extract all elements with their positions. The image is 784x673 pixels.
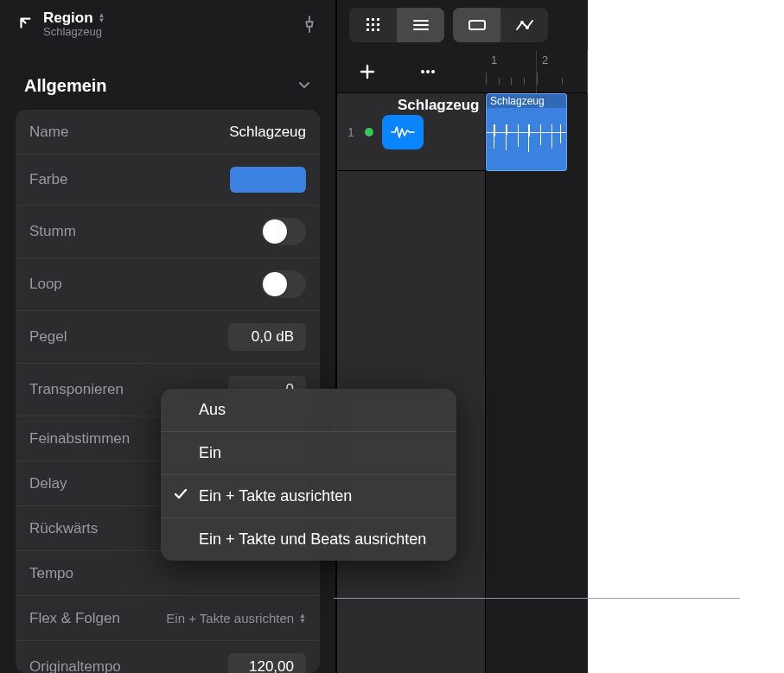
chevron-down-icon xyxy=(297,76,311,96)
popup-option-label: Aus xyxy=(199,401,226,419)
label-reverse: Rückwärts xyxy=(29,520,98,537)
label-flex: Flex & Folgen xyxy=(29,610,120,627)
ruler-bar-1: 1 xyxy=(491,54,497,67)
track-header-column: Schlagzeug 1 xyxy=(337,93,486,673)
edit-mode-segment xyxy=(453,8,548,42)
app-frame: Region ▲▼ Schlagzeug Allgemein Name Schl… xyxy=(0,0,588,673)
label-origtempo: Originaltempo xyxy=(29,658,121,673)
section-header-general[interactable]: Allgemein xyxy=(0,48,335,105)
add-track-button[interactable] xyxy=(354,59,380,85)
svg-point-15 xyxy=(421,70,424,73)
track-subtoolbar: 1 2 xyxy=(337,50,588,93)
row-name[interactable]: Name Schlagzeug xyxy=(16,110,320,155)
svg-rect-3 xyxy=(367,23,369,26)
row-color[interactable]: Farbe xyxy=(16,155,320,206)
popup-option-on[interactable]: Ein xyxy=(161,432,456,475)
flex-follow-popup: Aus Ein Ein + Takte ausrichten Ein + Tak… xyxy=(161,389,456,561)
updown-icon[interactable]: ▲▼ xyxy=(99,13,105,23)
inspector-subtitle: Schlagzeug xyxy=(43,26,105,39)
section-title: Allgemein xyxy=(24,76,107,96)
view-mode-segment xyxy=(349,8,444,42)
tracks-panel: 1 2 Schlagzeug 1 xyxy=(336,0,588,673)
inspector-title[interactable]: Region xyxy=(43,10,93,27)
value-level[interactable]: 0,0 dB xyxy=(228,323,306,351)
value-flex: Ein + Takte ausrichten xyxy=(166,611,294,625)
track-header-row[interactable]: Schlagzeug 1 xyxy=(337,93,485,171)
color-swatch[interactable] xyxy=(230,167,306,193)
label-loop: Loop xyxy=(29,276,62,293)
toggle-mute[interactable] xyxy=(261,218,306,245)
region-mode-button[interactable] xyxy=(453,8,500,42)
svg-rect-12 xyxy=(469,21,485,29)
label-color: Farbe xyxy=(29,171,67,188)
inspector-header: Region ▲▼ Schlagzeug xyxy=(0,0,335,48)
toggle-loop[interactable] xyxy=(261,270,306,298)
more-options-button[interactable] xyxy=(415,59,441,85)
track-type-icon[interactable] xyxy=(382,115,424,149)
label-transpose: Transponieren xyxy=(29,381,124,398)
svg-rect-6 xyxy=(367,29,369,31)
track-lane[interactable]: Schlagzeug xyxy=(486,93,588,673)
value-name: Schlagzeug xyxy=(229,124,306,141)
popup-option-label: Ein + Takte ausrichten xyxy=(199,487,352,505)
svg-point-16 xyxy=(426,70,430,73)
inspector-panel: Region ▲▼ Schlagzeug Allgemein Name Schl… xyxy=(0,0,336,673)
label-name: Name xyxy=(29,124,68,141)
popup-option-on-bars-beats[interactable]: Ein + Takte und Beats ausrichten xyxy=(161,518,456,561)
popup-option-label: Ein + Takte und Beats ausrichten xyxy=(199,530,426,549)
popup-option-on-bars[interactable]: Ein + Takte ausrichten xyxy=(161,475,456,518)
label-level: Pegel xyxy=(29,328,67,346)
row-level: Pegel 0,0 dB xyxy=(16,311,320,364)
row-flex[interactable]: Flex & Folgen Ein + Takte ausrichten ▲▼ xyxy=(16,596,320,641)
pin-icon[interactable] xyxy=(297,12,322,36)
svg-point-14 xyxy=(526,26,529,29)
track-enabled-dot[interactable] xyxy=(365,128,373,137)
label-mute: Stumm xyxy=(29,223,76,240)
region-label: Schlagzeug xyxy=(487,94,566,108)
svg-rect-2 xyxy=(377,18,379,21)
row-mute: Stumm xyxy=(16,206,320,258)
track-name: Schlagzeug xyxy=(398,97,479,114)
popup-option-label: Ein xyxy=(199,444,221,462)
list-view-button[interactable] xyxy=(397,8,444,42)
callout-line xyxy=(334,598,740,599)
track-number: 1 xyxy=(346,125,356,139)
timeline-ruler[interactable]: 1 2 xyxy=(486,50,588,93)
track-area: Schlagzeug 1 Schlagzeug xyxy=(337,93,588,673)
label-tempo: Tempo xyxy=(29,565,73,582)
svg-rect-7 xyxy=(372,29,374,31)
svg-point-13 xyxy=(520,21,524,24)
automation-mode-button[interactable] xyxy=(500,8,548,42)
row-origtempo: Originaltempo 120,00 xyxy=(16,641,320,673)
svg-point-17 xyxy=(431,70,435,73)
audio-region[interactable]: Schlagzeug xyxy=(486,93,567,171)
check-icon xyxy=(173,486,188,506)
popup-option-off[interactable]: Aus xyxy=(161,389,456,432)
value-origtempo[interactable]: 120,00 xyxy=(228,653,306,673)
label-finetune: Feinabstimmen xyxy=(29,430,130,448)
svg-rect-4 xyxy=(372,23,374,26)
row-loop: Loop xyxy=(16,258,320,311)
svg-rect-1 xyxy=(372,18,374,21)
svg-rect-8 xyxy=(377,29,379,31)
back-icon[interactable] xyxy=(14,14,35,35)
updown-icon: ▲▼ xyxy=(299,613,306,624)
label-delay: Delay xyxy=(29,475,67,492)
ruler-bar-2: 2 xyxy=(542,54,548,67)
svg-rect-0 xyxy=(367,18,369,21)
grid-view-button[interactable] xyxy=(349,8,397,42)
view-toolbar xyxy=(337,0,588,50)
svg-rect-5 xyxy=(377,23,379,26)
